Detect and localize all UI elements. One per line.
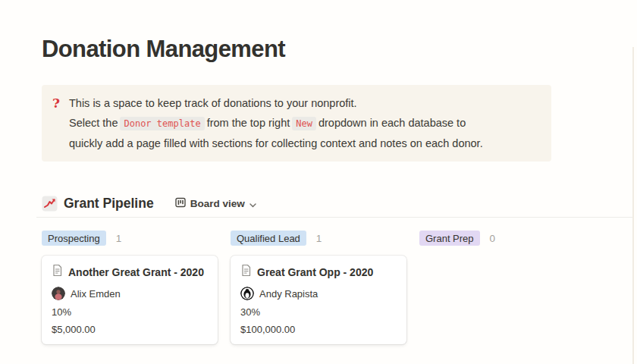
- callout-block: ? This is a space to keep track of donat…: [42, 85, 551, 162]
- page-canvas: Donation Management ? This is a space to…: [0, 0, 637, 364]
- column-status-badge[interactable]: Qualified Lead: [231, 231, 306, 246]
- board-view-switcher[interactable]: Board view: [175, 197, 256, 211]
- card-title: Great Grant Opp - 2020: [257, 265, 373, 279]
- column-count: 1: [316, 233, 322, 244]
- section-divider: [36, 217, 632, 218]
- board-card[interactable]: Another Great Grant - 2020 Alix Emden: [42, 256, 218, 344]
- board-column-qualified-lead: Qualified Lead 1 Great Gr: [231, 231, 406, 344]
- card-assignee-row: Andy Rapista: [240, 287, 396, 300]
- card-assignee-row: Alix Emden: [52, 287, 207, 300]
- assignee-name: Andy Rapista: [259, 288, 318, 300]
- callout-line-1: This is a space to keep track of donatio…: [69, 93, 483, 113]
- column-count: 0: [490, 233, 496, 244]
- column-header: Qualified Lead 1: [231, 231, 406, 246]
- chart-increasing-icon: [42, 196, 58, 212]
- column-header: Prospecting 1: [42, 231, 218, 246]
- database-section-header: Grant Pipeline Board view: [42, 196, 595, 212]
- card-percent: 10%: [52, 306, 207, 318]
- card-amount: $100,000.00: [240, 324, 396, 335]
- card-title-row: Another Great Grant - 2020: [52, 264, 207, 280]
- column-status-badge[interactable]: Prospecting: [42, 231, 106, 246]
- card-title-row: Great Grant Opp - 2020: [240, 264, 396, 280]
- kanban-board: Prospecting 1 Another Gre: [42, 231, 595, 344]
- board-column-prospecting: Prospecting 1 Another Gre: [42, 231, 218, 344]
- column-header: Grant Prep 0: [419, 231, 595, 246]
- page-doc-icon: [240, 264, 252, 280]
- inline-code-new: New: [292, 117, 316, 130]
- column-count: 1: [116, 233, 122, 244]
- callout-line-3: quickly add a page filled with sections …: [69, 133, 483, 153]
- page-title: Donation Management: [42, 35, 595, 64]
- question-mark-icon: ?: [52, 93, 60, 153]
- board-view-label: Board view: [190, 198, 245, 209]
- right-edge-divider: [632, 47, 634, 364]
- board-column-grant-prep: Grant Prep 0: [419, 231, 595, 344]
- callout-text: This is a space to keep track of donatio…: [69, 93, 483, 153]
- card-amount: $5,000.00: [52, 324, 207, 335]
- card-title: Another Great Grant - 2020: [68, 265, 204, 279]
- column-status-badge[interactable]: Grant Prep: [419, 231, 480, 246]
- callout-line-2: Select theDonor templatefrom the top rig…: [69, 113, 483, 133]
- board-card[interactable]: Great Grant Opp - 2020 Andy Rapista: [231, 256, 406, 344]
- assignee-name: Alix Emden: [71, 288, 121, 300]
- page-content: Donation Management ? This is a space to…: [42, 35, 595, 344]
- page-doc-icon: [52, 264, 63, 280]
- inline-code-donor-template: Donor template: [120, 117, 204, 130]
- penguin-avatar: [240, 287, 254, 300]
- board-view-icon: [175, 197, 186, 211]
- chevron-down-icon: [249, 197, 256, 211]
- alix-photo-avatar: [52, 287, 65, 300]
- database-title: Grant Pipeline: [64, 196, 154, 212]
- card-percent: 30%: [240, 306, 396, 318]
